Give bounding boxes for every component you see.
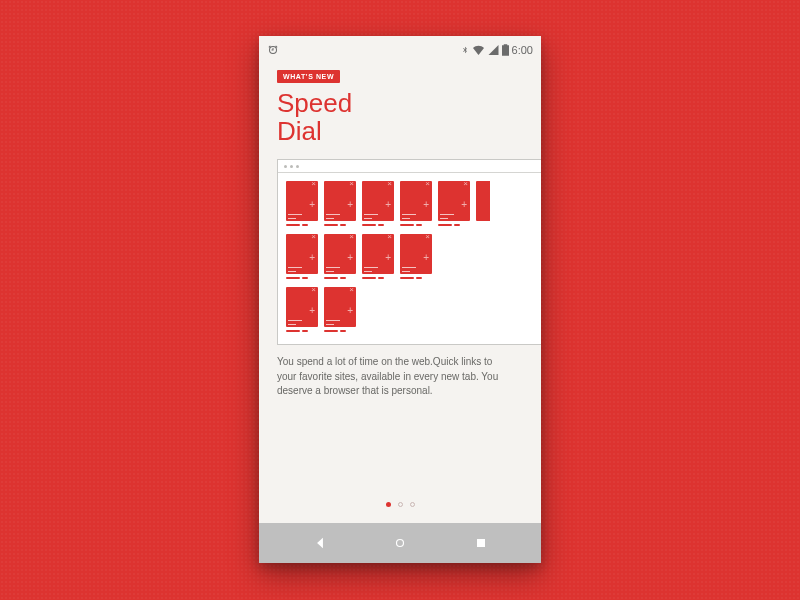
onboarding-screen: WHAT'S NEW Speed Dial You spend a lot of… [259,60,541,523]
pager-dots[interactable] [259,502,541,507]
speed-dial-tile [286,181,318,226]
stage-background: 6:00 WHAT'S NEW Speed Dial You spend a l… [0,0,800,600]
speed-dial-tile [324,181,356,226]
onboarding-body: You spend a lot of time on the web.Quick… [277,355,511,399]
speed-dial-illustration [277,159,541,345]
phone-frame: 6:00 WHAT'S NEW Speed Dial You spend a l… [259,36,541,563]
battery-icon [502,44,509,56]
speed-dial-tile [476,181,490,226]
speed-dial-tile [362,234,394,279]
svg-point-0 [397,540,404,547]
tile-grid [278,173,541,344]
browser-titlebar [278,160,541,173]
whats-new-badge: WHAT'S NEW [277,70,340,83]
speed-dial-tile [400,181,432,226]
android-navbar [259,523,541,563]
page-title: Speed Dial [277,89,541,145]
tile-row [286,287,541,332]
speed-dial-tile [400,234,432,279]
speed-dial-tile [438,181,470,226]
signal-icon [488,45,499,55]
speed-dial-tile [324,287,356,332]
pager-dot[interactable] [410,502,415,507]
bluetooth-icon [461,44,469,56]
pager-dot[interactable] [398,502,403,507]
speed-dial-tile [362,181,394,226]
tile-row [286,234,541,279]
status-bar: 6:00 [259,36,541,60]
speed-dial-tile [286,287,318,332]
nav-recents-button[interactable] [461,537,501,549]
svg-rect-1 [477,539,485,547]
speed-dial-tile [324,234,356,279]
pager-dot[interactable] [386,502,391,507]
nav-home-button[interactable] [380,536,420,550]
speed-dial-tile [286,234,318,279]
tile-row [286,181,541,226]
status-time: 6:00 [512,44,533,56]
nav-back-button[interactable] [300,536,340,550]
wifi-icon [472,45,485,55]
alarm-icon [267,44,279,56]
